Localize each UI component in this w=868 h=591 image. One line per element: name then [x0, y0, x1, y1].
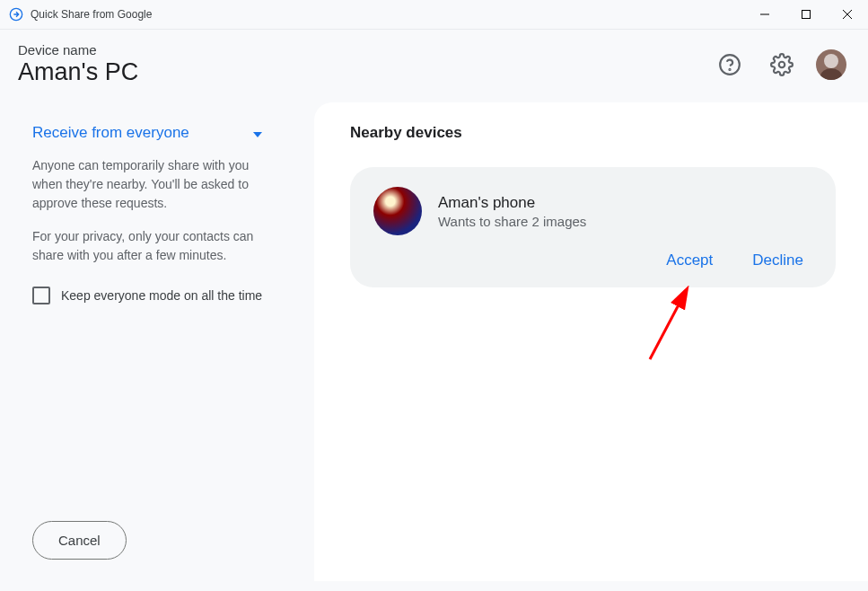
window-controls	[744, 0, 868, 30]
main: Nearby devices Aman's phone Wants to sha…	[314, 102, 868, 581]
titlebar-left: Quick Share from Google	[9, 7, 152, 22]
decline-button[interactable]: Decline	[752, 251, 803, 269]
header: Device name Aman's PC	[0, 30, 868, 102]
nearby-devices-title: Nearby devices	[350, 124, 836, 142]
device-name-label: Device name	[18, 42, 138, 57]
sender-name: Aman's phone	[438, 194, 586, 212]
share-message: Wants to share 2 images	[438, 214, 586, 229]
content: Receive from everyone Anyone can tempora…	[0, 102, 868, 581]
card-actions: Accept Decline	[373, 251, 812, 269]
settings-button[interactable]	[764, 47, 800, 83]
checkbox-label: Keep everyone mode on all the time	[61, 288, 262, 303]
keep-everyone-checkbox[interactable]: Keep everyone mode on all the time	[32, 287, 298, 304]
device-name-value: Aman's PC	[18, 58, 138, 86]
app-icon	[9, 7, 23, 22]
svg-point-6	[729, 68, 730, 69]
receive-info-2: For your privacy, only your contacts can…	[32, 227, 298, 265]
spacer	[32, 304, 298, 521]
checkbox-icon	[32, 287, 50, 304]
app-title: Quick Share from Google	[31, 8, 152, 21]
sidebar: Receive from everyone Anyone can tempora…	[0, 102, 314, 581]
cancel-button[interactable]: Cancel	[32, 521, 127, 560]
receive-mode-label: Receive from everyone	[32, 124, 189, 142]
chevron-down-icon	[253, 125, 262, 141]
receive-info-1: Anyone can temporarily share with you wh…	[32, 156, 298, 213]
accept-button[interactable]: Accept	[666, 251, 713, 269]
device-info: Aman's phone Wants to share 2 images	[438, 194, 586, 229]
minimize-button[interactable]	[744, 0, 785, 30]
user-avatar[interactable]	[816, 49, 846, 80]
titlebar: Quick Share from Google	[0, 0, 868, 30]
sender-avatar	[373, 187, 422, 235]
svg-point-7	[779, 61, 785, 67]
header-right	[712, 47, 846, 83]
close-button[interactable]	[827, 0, 868, 30]
header-left: Device name Aman's PC	[18, 42, 138, 86]
device-row: Aman's phone Wants to share 2 images	[373, 187, 812, 235]
maximize-button[interactable]	[785, 0, 827, 30]
help-button[interactable]	[712, 47, 748, 83]
receive-mode-dropdown[interactable]: Receive from everyone	[32, 124, 298, 142]
svg-rect-2	[802, 11, 811, 19]
share-request-card: Aman's phone Wants to share 2 images Acc…	[350, 167, 836, 287]
